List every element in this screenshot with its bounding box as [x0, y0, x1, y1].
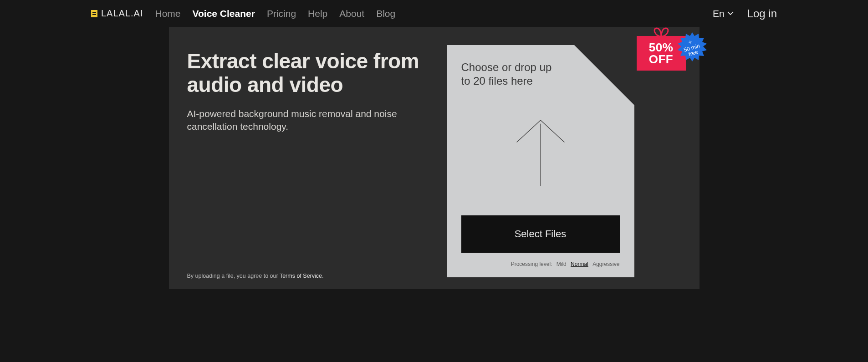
nav-help[interactable]: Help: [308, 8, 327, 19]
tos-prefix: By uploading a file, you agree to our: [187, 273, 280, 279]
dropzone-instructions: Choose or drop up to 20 files here: [461, 61, 552, 88]
processing-option-aggressive[interactable]: Aggressive: [592, 261, 619, 267]
headline-line-2: audio and video: [187, 73, 343, 97]
nav-left: LALAL.AI Home Voice Cleaner Pricing Help…: [91, 8, 395, 19]
nav-right: En Log in: [713, 7, 777, 20]
top-nav: LALAL.AI Home Voice Cleaner Pricing Help…: [0, 0, 868, 27]
language-selector[interactable]: En: [713, 8, 734, 19]
nav-voice-cleaner[interactable]: Voice Cleaner: [193, 8, 255, 19]
login-link[interactable]: Log in: [747, 7, 777, 20]
promo-burst-icon: + 50 min free: [677, 32, 708, 63]
terms-link[interactable]: Terms of Service: [280, 273, 322, 279]
hero-card: Extract clear voice from audio and video…: [169, 27, 700, 289]
headline-line-1: Extract clear voice from: [187, 49, 419, 73]
processing-level: Processing level: Mild Normal Aggressive: [461, 261, 620, 267]
select-files-label: Select Files: [515, 228, 567, 240]
page-subtitle: AI-powered background music removal and …: [187, 107, 447, 133]
processing-level-label: Processing level:: [511, 261, 552, 267]
terms-note: By uploading a file, you agree to our Te…: [187, 273, 324, 279]
brand-text: LALAL.AI: [101, 8, 143, 19]
brand-logo[interactable]: LALAL.AI: [91, 8, 143, 19]
processing-option-normal[interactable]: Normal: [571, 261, 588, 267]
processing-option-mild[interactable]: Mild: [557, 261, 567, 267]
hero-copy: Extract clear voice from audio and video…: [187, 45, 447, 280]
chevron-down-icon: [727, 11, 734, 15]
dropzone-corner-cut: [574, 45, 634, 105]
upload-arrow-icon: [461, 92, 620, 213]
promo-badge[interactable]: 50% OFF + 50 min free: [637, 36, 686, 71]
language-label: En: [713, 8, 725, 19]
page-headline: Extract clear voice from audio and video: [187, 50, 447, 97]
file-dropzone[interactable]: Choose or drop up to 20 files here Selec…: [447, 45, 634, 277]
nav-pricing[interactable]: Pricing: [267, 8, 296, 19]
select-files-button[interactable]: Select Files: [461, 215, 620, 253]
brand-icon: [91, 10, 97, 17]
gift-bow-icon: [650, 27, 672, 39]
nav-about[interactable]: About: [339, 8, 364, 19]
nav-blog[interactable]: Blog: [376, 8, 395, 19]
tos-suffix: .: [322, 273, 323, 279]
promo-line-2: OFF: [649, 53, 674, 65]
promo-line-1: 50%: [649, 41, 674, 53]
nav-home[interactable]: Home: [155, 8, 181, 19]
